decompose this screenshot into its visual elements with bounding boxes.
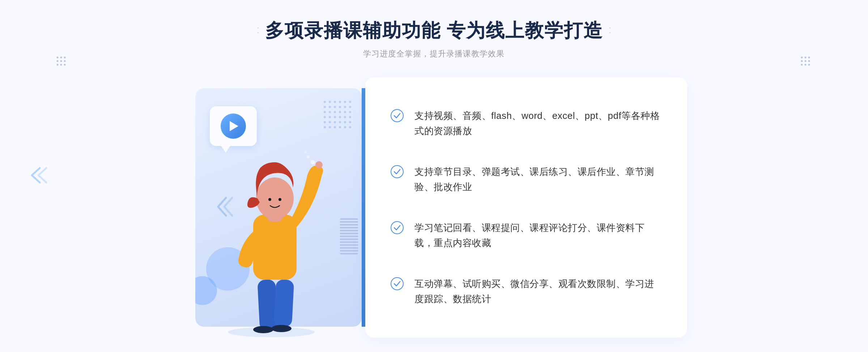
title-row: ⁚ 多项录播课辅助功能 专为线上教学打造 ⁚ <box>257 18 611 43</box>
svg-point-14 <box>805 64 807 66</box>
svg-point-23 <box>349 101 351 103</box>
check-icon-3 <box>391 221 404 234</box>
svg-point-63 <box>278 198 281 201</box>
svg-point-8 <box>64 64 66 66</box>
svg-point-44 <box>334 121 336 123</box>
svg-point-27 <box>339 106 341 108</box>
svg-point-41 <box>349 116 351 118</box>
svg-point-42 <box>324 121 326 123</box>
feature-text-2: 支持章节目录、弹题考试、课后练习、课后作业、章节测验、批改作业 <box>414 164 662 194</box>
svg-point-61 <box>256 177 294 219</box>
page-container: ⁚ 多项录播课辅助功能 专为线上教学打造 ⁚ 学习进度全掌握，提升录播课教学效果 <box>0 0 868 352</box>
svg-point-58 <box>271 325 292 332</box>
check-icon-4 <box>391 277 404 290</box>
svg-point-33 <box>339 111 341 113</box>
feature-text-4: 互动弹幕、试听购买、微信分享、观看次数限制、学习进度跟踪、数据统计 <box>414 276 662 306</box>
svg-point-36 <box>324 116 326 118</box>
svg-point-11 <box>801 60 803 62</box>
content-section: 支持视频、音频、flash、word、excel、ppt、pdf等各种格式的资源… <box>181 77 687 338</box>
feature-text-1: 支持视频、音频、flash、word、excel、ppt、pdf等各种格式的资源… <box>414 108 662 138</box>
svg-point-17 <box>808 64 810 66</box>
deco-dots-right <box>800 56 812 69</box>
svg-point-52 <box>344 126 346 128</box>
svg-point-1 <box>60 57 62 59</box>
svg-point-68 <box>391 110 403 122</box>
deco-dots-left <box>56 56 68 69</box>
svg-point-53 <box>349 126 351 128</box>
svg-point-46 <box>344 121 346 123</box>
header-section: ⁚ 多项录播课辅助功能 专为线上教学打造 ⁚ 学习进度全掌握，提升录播课教学效果 <box>257 0 611 66</box>
chevron-left-decoration <box>29 166 51 186</box>
svg-point-7 <box>64 60 66 62</box>
svg-point-4 <box>57 64 59 66</box>
svg-point-26 <box>334 106 336 108</box>
svg-point-57 <box>253 326 273 333</box>
svg-point-70 <box>391 222 403 234</box>
svg-point-66 <box>307 155 310 158</box>
title-decorator-right: ⁚ <box>609 26 611 35</box>
svg-point-39 <box>339 116 341 118</box>
svg-point-30 <box>324 111 326 113</box>
svg-point-20 <box>334 101 336 103</box>
svg-point-31 <box>329 111 331 113</box>
svg-point-67 <box>305 151 307 154</box>
svg-point-5 <box>60 64 62 66</box>
svg-point-6 <box>64 57 66 59</box>
svg-point-29 <box>349 106 351 108</box>
features-panel: 支持视频、音频、flash、word、excel、ppt、pdf等各种格式的资源… <box>365 77 687 338</box>
svg-point-64 <box>315 161 323 168</box>
svg-point-71 <box>391 278 403 290</box>
title-decorator-left: ⁚ <box>257 26 259 35</box>
svg-point-32 <box>334 111 336 113</box>
illus-striped-rect <box>340 218 358 254</box>
page-title: 多项录播课辅助功能 专为线上教学打造 <box>265 18 603 43</box>
svg-point-21 <box>339 101 341 103</box>
feature-item-1: 支持视频、音频、flash、word、excel、ppt、pdf等各种格式的资源… <box>391 101 662 146</box>
svg-point-45 <box>339 121 341 123</box>
svg-point-47 <box>349 121 351 123</box>
svg-point-62 <box>268 198 271 201</box>
svg-point-43 <box>329 121 331 123</box>
svg-point-28 <box>344 106 346 108</box>
svg-rect-59 <box>253 215 297 280</box>
svg-point-40 <box>344 116 346 118</box>
svg-point-38 <box>334 116 336 118</box>
svg-point-69 <box>391 166 403 178</box>
svg-point-18 <box>324 101 326 103</box>
svg-point-13 <box>801 64 803 66</box>
svg-point-3 <box>60 60 62 62</box>
feature-text-3: 学习笔记回看、课程提问、课程评论打分、课件资料下载，重点内容收藏 <box>414 220 662 250</box>
svg-point-19 <box>329 101 331 103</box>
svg-point-35 <box>349 111 351 113</box>
svg-point-16 <box>808 60 810 62</box>
feature-item-4: 互动弹幕、试听购买、微信分享、观看次数限制、学习进度跟踪、数据统计 <box>391 269 662 314</box>
svg-point-15 <box>808 57 810 59</box>
page-subtitle: 学习进度全掌握，提升录播课教学效果 <box>257 48 611 59</box>
svg-point-0 <box>57 57 59 59</box>
svg-rect-56 <box>274 279 294 327</box>
svg-point-34 <box>344 111 346 113</box>
human-figure <box>203 128 340 338</box>
check-icon-2 <box>391 165 404 178</box>
svg-point-2 <box>57 60 59 62</box>
svg-point-22 <box>344 101 346 103</box>
svg-point-10 <box>805 57 807 59</box>
svg-point-9 <box>801 57 803 59</box>
svg-point-37 <box>329 116 331 118</box>
svg-point-12 <box>805 60 807 62</box>
svg-point-24 <box>324 106 326 108</box>
svg-point-25 <box>329 106 331 108</box>
feature-item-3: 学习笔记回看、课程提问、课程评论打分、课件资料下载，重点内容收藏 <box>391 213 662 258</box>
svg-point-65 <box>311 160 315 164</box>
feature-item-2: 支持章节目录、弹题考试、课后练习、课后作业、章节测验、批改作业 <box>391 157 662 202</box>
check-icon-1 <box>391 109 404 122</box>
illustration-area <box>181 77 376 338</box>
